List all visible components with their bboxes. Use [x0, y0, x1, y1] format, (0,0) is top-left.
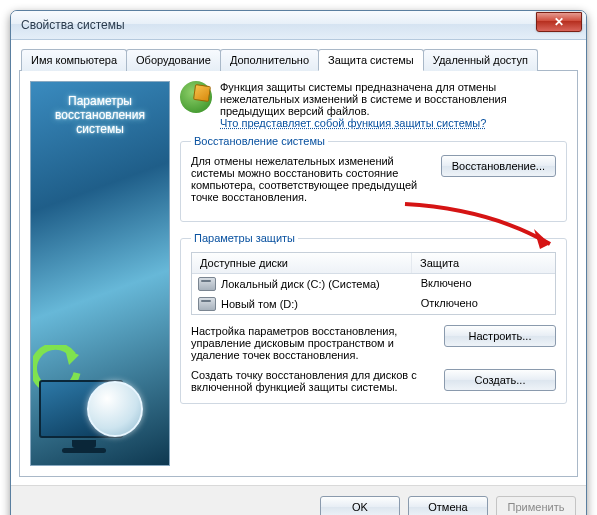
close-button[interactable]: ✕: [536, 12, 582, 32]
system-properties-window: Свойства системы ✕ Имя компьютера Оборуд…: [10, 10, 587, 515]
configure-button[interactable]: Настроить...: [444, 325, 556, 347]
create-button[interactable]: Создать...: [444, 369, 556, 391]
restore-button[interactable]: Восстановление...: [441, 155, 556, 177]
title-bar[interactable]: Свойства системы ✕: [11, 11, 586, 40]
sidebar-graphic: Параметры восстановления системы: [30, 81, 170, 466]
col-state: Защита: [412, 253, 555, 273]
sidebar-title-3: системы: [31, 122, 169, 136]
sidebar-title-1: Параметры: [31, 94, 169, 108]
drives-table[interactable]: Доступные диски Защита Локальный диск (C…: [191, 252, 556, 315]
disk-icon: [198, 277, 216, 291]
intro-block: Функция защиты системы предназначена для…: [220, 81, 567, 129]
ok-button[interactable]: OK: [320, 496, 400, 515]
table-header: Доступные диски Защита: [192, 253, 555, 274]
tab-hardware[interactable]: Оборудование: [126, 49, 221, 71]
dialog-footer: OK Отмена Применить: [11, 485, 586, 515]
tab-remote[interactable]: Удаленный доступ: [423, 49, 538, 71]
sidebar-title-2: восстановления: [31, 108, 169, 122]
configure-description: Настройка параметров восстановления, упр…: [191, 325, 434, 361]
restore-legend: Восстановление системы: [191, 135, 328, 147]
disk-name: Новый том (D:): [221, 298, 298, 310]
disk-name: Локальный диск (C:) (Система): [221, 278, 380, 290]
disk-icon: [198, 297, 216, 311]
tab-system-protection[interactable]: Защита системы: [318, 49, 424, 71]
tab-strip: Имя компьютера Оборудование Дополнительн…: [19, 48, 578, 71]
protection-group: Параметры защиты Доступные диски Защита …: [180, 232, 567, 404]
tab-computer-name[interactable]: Имя компьютера: [21, 49, 127, 71]
restore-group: Восстановление системы Для отмены нежела…: [180, 135, 567, 222]
restore-description: Для отмены нежелательных изменений систе…: [191, 155, 431, 203]
tab-pane: Параметры восстановления системы: [19, 71, 578, 477]
client-area: Имя компьютера Оборудование Дополнительн…: [11, 40, 586, 485]
main-column: Функция защиты системы предназначена для…: [180, 81, 567, 466]
tab-advanced[interactable]: Дополнительно: [220, 49, 319, 71]
shield-icon: [180, 81, 212, 113]
table-row[interactable]: Локальный диск (C:) (Система) Включено: [192, 274, 555, 294]
close-icon: ✕: [554, 15, 564, 29]
disk-state: Отключено: [413, 297, 555, 311]
table-row[interactable]: Новый том (D:) Отключено: [192, 294, 555, 314]
clock-icon: [87, 381, 143, 437]
window-title: Свойства системы: [21, 18, 125, 32]
apply-button[interactable]: Применить: [496, 496, 576, 515]
create-description: Создать точку восстановления для дисков …: [191, 369, 434, 393]
intro-help-link[interactable]: Что представляет собой функция защиты си…: [220, 117, 486, 129]
intro-text: Функция защиты системы предназначена для…: [220, 81, 567, 117]
protection-legend: Параметры защиты: [191, 232, 298, 244]
disk-state: Включено: [413, 277, 555, 291]
cancel-button[interactable]: Отмена: [408, 496, 488, 515]
col-disks: Доступные диски: [192, 253, 412, 273]
